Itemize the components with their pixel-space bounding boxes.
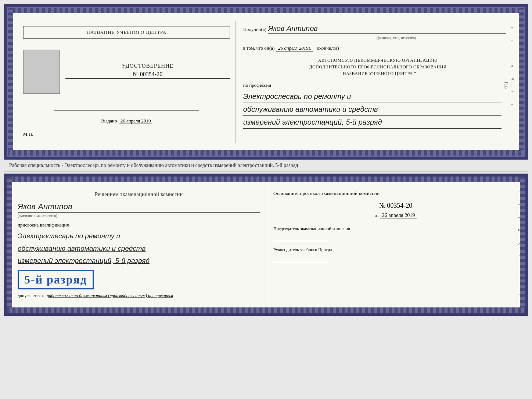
rukovoditel-title: Руководитель учебного Центра: [273, 247, 518, 253]
bottom-doc-top-bar: [7, 177, 525, 182]
bottom-document-wrapper: Решением экаменационной комиссии Яков Ан…: [4, 172, 528, 316]
bottom-document: Решением экаменационной комиссии Яков Ан…: [4, 174, 528, 316]
rukovoditel-signature-line: [273, 255, 328, 262]
person-name-bottom: Яков Антипов: [18, 202, 260, 213]
org-line2: ДОПОЛНИТЕЛЬНОГО ПРОФЕССИОНАЛЬНОГО ОБРАЗО…: [243, 64, 513, 70]
po-professii-label: по профессии: [243, 82, 513, 88]
middle-text-content: Рабочая специальность - Электрослесарь п…: [9, 163, 298, 168]
qual-line3: измерений электростанций, 5-й разряд: [18, 256, 260, 266]
rukovoditel-block: Руководитель учебного Центра: [273, 247, 518, 262]
top-document: НАЗВАНИЕ УЧЕБНОГО ЦЕНТРА УДОСТОВЕРЕНИЕ №…: [4, 4, 528, 160]
right-side-marks: – – – и ,а ← –: [511, 24, 515, 107]
ito-annotation: ITo: [503, 82, 509, 89]
top-doc-inner: НАЗВАНИЕ УЧЕБНОГО ЦЕНТРА УДОСТОВЕРЕНИЕ №…: [7, 13, 525, 150]
vydano-line: Выдано 26 апреля 2019: [101, 118, 152, 124]
predsedatel-signature-line: [273, 234, 328, 241]
okonchil-label: окончил(а): [317, 45, 339, 51]
dopusk-label: допускается к: [18, 293, 44, 298]
protocol-number: № 00354-20: [273, 202, 518, 210]
prisvoena-label: присвоена квалификация: [18, 222, 260, 228]
school-name-label: НАЗВАНИЕ УЧЕБНОГО ЦЕНТРА: [87, 29, 166, 35]
profession-block: Электрослесарь по ремонту и обслуживанию…: [243, 91, 513, 129]
vtom-date: 26 апреля 2019г.: [276, 45, 313, 51]
right-panel: ITo Получил(а) Яков Антипов – (фамилия, …: [236, 21, 518, 143]
org-line1: АВТОНОМНУЮ НЕКОММЕРЧЕСКУЮ ОРГАНИЗАЦИЮ: [243, 57, 513, 64]
predsedatel-block: Председатель экаменационной комиссии: [273, 226, 518, 241]
profession-line2: обслуживанию автоматики и средств: [243, 104, 502, 116]
qualification-block: Электрослесарь по ремонту и обслуживанию…: [18, 231, 260, 266]
recipient-line: Получил(а) Яков Антипов –: [243, 24, 513, 34]
profession-line3: измерений электростанций, 5-й разряд: [243, 117, 502, 129]
vydano-label: Выдано: [101, 118, 117, 124]
qual-line2: обслуживанию автоматики и средств: [18, 243, 260, 254]
dopusk-text: работе согласно должностным (производств…: [47, 293, 173, 298]
bottom-doc-bottom-bar: [7, 307, 525, 313]
mp-label: М.П.: [23, 131, 33, 137]
rank-badge: 5-й разряд: [18, 270, 94, 289]
ot-date: от 26 апреля 2019: [273, 213, 518, 218]
ot-date-value: 26 апреля 2019: [380, 213, 417, 218]
vtom-label: в том, что он(а): [243, 45, 275, 51]
qual-line1: Электрослесарь по ремонту и: [18, 231, 260, 242]
predsedatel-title: Председатель экаменационной комиссии: [273, 226, 518, 232]
dopuskaetsya-line: допускается к работе согласно должностны…: [18, 292, 260, 299]
bottom-decorative-bar: [7, 150, 525, 157]
bottom-right-panel: Основание: протокол экаменационной комис…: [266, 185, 525, 304]
bottom-doc-left-bar: [7, 177, 12, 313]
profession-line1: Электрослесарь по ремонту и: [243, 91, 502, 103]
ot-label: от: [375, 213, 379, 218]
poluchil-label: Получил(а): [243, 26, 266, 32]
fio-label-bottom: (фамилия, имя, отчество): [18, 214, 260, 218]
decision-title: Решением экаменационной комиссии: [18, 190, 260, 198]
school-name-box: НАЗВАНИЕ УЧЕБНОГО ЦЕНТРА: [23, 26, 230, 39]
top-decorative-bar: [7, 7, 525, 13]
org-line3: " НАЗВАНИЕ УЧЕБНОГО ЦЕНТРА ": [243, 70, 513, 77]
osnovanie-title: Основание: протокол экаменационной комис…: [273, 190, 518, 196]
left-panel: НАЗВАНИЕ УЧЕБНОГО ЦЕНТРА УДОСТОВЕРЕНИЕ №…: [14, 21, 236, 143]
fio-label-top: (фамилия, имя, отчество): [280, 36, 513, 40]
right-side-marks2: – – – и ,а ← – – –: [518, 189, 522, 297]
recipient-name: Яков Антипов: [268, 24, 507, 34]
udostoverenie-title: УДОСТОВЕРЕНИЕ: [65, 63, 230, 69]
org-block: АВТОНОМНУЮ НЕКОММЕРЧЕСКУЮ ОРГАНИЗАЦИЮ ДО…: [243, 57, 513, 77]
bottom-doc-inner: Решением экаменационной комиссии Яков Ан…: [7, 182, 525, 307]
middle-text: Рабочая специальность - Электрослесарь п…: [4, 160, 528, 172]
vtom-line: в том, что он(а) 26 апреля 2019г. окончи…: [243, 45, 513, 51]
bottom-left-panel: Решением экаменационной комиссии Яков Ан…: [7, 185, 266, 304]
cert-number-top: № 00354-20: [65, 71, 230, 79]
top-document-wrapper: НАЗВАНИЕ УЧЕБНОГО ЦЕНТРА УДОСТОВЕРЕНИЕ №…: [4, 4, 528, 160]
photo-placeholder: [23, 50, 60, 94]
vydano-date: 26 апреля 2019: [119, 118, 152, 124]
